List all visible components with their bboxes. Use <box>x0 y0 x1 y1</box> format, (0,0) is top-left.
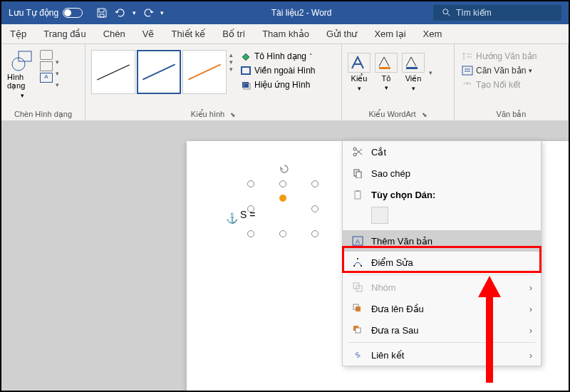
menu-edit-points[interactable]: Điểm Sửa <box>343 252 541 273</box>
menu-cut-label: Cắt <box>371 147 386 158</box>
undo-dropdown-icon[interactable]: ▾ <box>133 9 136 16</box>
ribbon-tabs: Tệp Trang đầu Chèn Vẽ Thiết kế Bố trí Th… <box>1 24 569 44</box>
resize-handle[interactable] <box>279 230 286 237</box>
text-direction-button[interactable]: Hướng Văn bản <box>460 50 562 63</box>
menu-bring-front-label: Đưa lên Đầu <box>371 304 424 314</box>
undo-icon[interactable] <box>114 6 127 19</box>
menu-group-label: Nhóm <box>371 282 396 293</box>
paste-option-buttons <box>343 205 541 230</box>
menu-paste-title: Tùy chọn Dán: <box>371 190 435 200</box>
menu-bring-front[interactable]: Đưa lên Đầu › <box>343 298 541 319</box>
tab-mailings[interactable]: Gửi thư <box>318 24 366 43</box>
redo-icon[interactable] <box>142 6 155 19</box>
shape-effects-button[interactable]: Hiệu ứng Hình <box>239 78 317 91</box>
shape-style-gallery[interactable]: ▴ ▾ ▾ <box>91 47 234 94</box>
svg-rect-7 <box>406 67 418 69</box>
gallery-down-icon[interactable]: ▾ <box>229 58 233 66</box>
style-option-3[interactable] <box>182 50 227 94</box>
chevron-down-icon[interactable]: ▾ <box>56 81 59 88</box>
svg-text:A: A <box>356 238 360 245</box>
tab-references[interactable]: Tham khảo <box>254 24 318 43</box>
group-styles-label: Kiểu hình <box>191 110 224 119</box>
svg-rect-4 <box>242 82 249 88</box>
shapes-button[interactable]: Hình dạng ▾ <box>7 47 37 99</box>
search-box[interactable]: Tìm kiếm <box>433 5 561 21</box>
text-align-button[interactable]: Căn Văn bản ▾ <box>460 64 562 77</box>
save-icon[interactable] <box>95 6 108 19</box>
group-text-label: Văn bản <box>497 110 527 119</box>
menu-copy[interactable]: Sao chép <box>343 163 541 184</box>
wordart-style[interactable]: Kiểu▾ <box>348 53 370 92</box>
autosave-switch[interactable] <box>63 8 83 18</box>
group-shape-styles: ▴ ▾ ▾ Tô Hình dạng ˅ Viền ngoài Hình Hiệ… <box>86 44 342 120</box>
menu-add-text[interactable]: A Thêm Văn bản <box>343 230 541 252</box>
wordart-outline[interactable]: Viền▾ <box>402 53 425 92</box>
style-option-2[interactable] <box>137 50 181 94</box>
wordart-fill[interactable]: Tô▾ <box>375 53 398 92</box>
dialog-launcher-icon[interactable]: ⬊ <box>230 111 236 118</box>
tab-insert[interactable]: Chèn <box>95 24 134 43</box>
menu-group: Nhóm › <box>343 277 541 298</box>
textbox-icon: A <box>351 235 364 247</box>
text-link-button[interactable]: Tạo Nối kết <box>460 78 562 91</box>
tab-draw[interactable]: Vẽ <box>134 24 163 43</box>
shape-mini-2[interactable] <box>40 61 53 71</box>
menu-cut[interactable]: Cắt <box>343 141 541 163</box>
tab-layout[interactable]: Bố trí <box>214 24 254 43</box>
resize-handle[interactable] <box>311 205 318 212</box>
chevron-right-icon: › <box>529 282 532 293</box>
bring-front-icon <box>351 303 364 314</box>
menu-link[interactable]: Liên kết › <box>343 344 541 366</box>
dialog-launcher-icon[interactable]: ⬊ <box>422 111 428 118</box>
search-icon <box>442 8 452 18</box>
gallery-more-icon[interactable]: ▾ <box>229 66 233 73</box>
svg-rect-18 <box>361 265 362 267</box>
tab-design[interactable]: Thiết kế <box>162 24 214 43</box>
svg-rect-14 <box>356 190 359 192</box>
shape-mini-1[interactable] <box>40 50 53 60</box>
tab-home[interactable]: Trang đầu <box>35 24 95 43</box>
selected-shape[interactable] <box>251 184 315 234</box>
style-option-1[interactable] <box>91 50 135 94</box>
shapes-label: Hình dạng <box>7 73 37 91</box>
autosave-toggle[interactable]: Lưu Tự động <box>1 8 90 18</box>
tab-review[interactable]: Xem lại <box>366 24 414 43</box>
scissors-icon <box>351 146 364 158</box>
resize-handle[interactable] <box>247 180 254 187</box>
context-menu: Cắt Sao chép Tùy chọn Dán: A Thêm Văn bả… <box>342 140 542 366</box>
anchor-icon: ⚓ <box>226 212 238 224</box>
menu-link-label: Liên kết <box>371 350 404 361</box>
qat-customize-icon[interactable]: ▾ <box>160 9 164 16</box>
menu-edit-points-label: Điểm Sửa <box>371 257 413 268</box>
svg-rect-8 <box>462 66 472 75</box>
menu-send-back-label: Đưa ra Sau <box>371 325 419 336</box>
adjustment-handle[interactable] <box>279 195 286 202</box>
gallery-up-icon[interactable]: ▴ <box>229 51 233 58</box>
menu-send-back[interactable]: Đưa ra Sau › <box>343 319 541 341</box>
chevron-right-icon: › <box>529 325 532 336</box>
shape-fill-button[interactable]: Tô Hình dạng ˅ <box>239 50 317 63</box>
chevron-down-icon[interactable]: ▾ <box>56 58 59 66</box>
chevron-down-icon[interactable]: ▾ <box>56 70 59 77</box>
paste-option-1[interactable] <box>371 207 388 224</box>
group-wordart: Kiểu▾ Tô▾ Viền▾ ▾ Kiểu WordArt⬊ <box>342 44 455 120</box>
resize-handle[interactable] <box>311 230 318 237</box>
shape-outline-button[interactable]: Viền ngoài Hình <box>239 64 317 77</box>
resize-handle[interactable] <box>247 230 254 237</box>
tab-file[interactable]: Tệp <box>1 24 35 43</box>
group-shapes-label: Chèn Hình dạng <box>14 110 72 119</box>
tab-view[interactable]: Xem <box>415 24 451 43</box>
svg-rect-17 <box>353 265 355 267</box>
svg-point-0 <box>443 9 448 14</box>
svg-rect-3 <box>242 67 250 74</box>
rotate-handle-icon[interactable] <box>279 164 288 172</box>
send-back-icon <box>351 324 364 336</box>
shape-mini-3[interactable]: A <box>40 73 53 83</box>
equation-text: S = <box>240 209 255 220</box>
search-placeholder: Tìm kiếm <box>456 8 492 18</box>
chevron-right-icon: › <box>529 304 532 314</box>
wordart-more-icon[interactable]: ▾ <box>429 69 432 76</box>
resize-handle[interactable] <box>279 180 286 187</box>
resize-handle[interactable] <box>311 180 318 187</box>
group-wordart-label: Kiểu WordArt <box>368 110 415 119</box>
